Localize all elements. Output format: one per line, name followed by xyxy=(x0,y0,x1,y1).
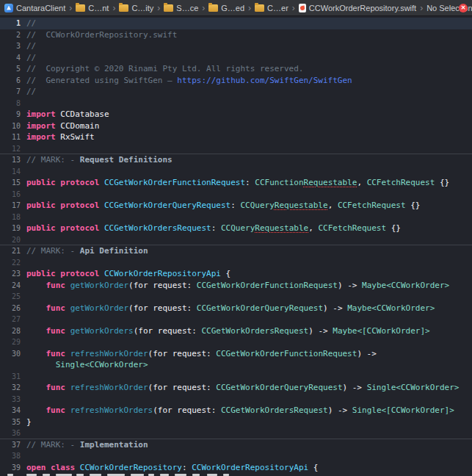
line-number[interactable]: 37 xyxy=(0,439,21,451)
code-token: ) -> xyxy=(357,349,377,358)
line-number[interactable]: 29 xyxy=(0,336,21,348)
code-lines: 1//2// CCWorkOrderRepository.swift3//4//… xyxy=(0,18,472,473)
line-number[interactable]: 32 xyxy=(0,382,21,394)
line-number[interactable]: 16 xyxy=(0,189,21,201)
line-number[interactable]: 14 xyxy=(0,166,21,178)
code-line[interactable]: 2// CCWorkOrderRepository.swift xyxy=(0,29,472,41)
line-number[interactable]: 7 xyxy=(0,86,21,98)
code-line[interactable]: 12 xyxy=(0,143,472,155)
line-number[interactable]: 27 xyxy=(0,314,21,325)
line-number[interactable]: 30 xyxy=(0,348,21,360)
line-number[interactable]: 11 xyxy=(0,131,21,143)
code-line[interactable]: 36 xyxy=(0,428,472,439)
code-line[interactable]: 21// MARK: - Api Definition xyxy=(0,245,472,257)
breadcrumb-item[interactable]: CantaraClient xyxy=(4,4,65,12)
code-line[interactable]: 30 func refreshWorkOrder(for request: CC… xyxy=(0,348,472,360)
code-line[interactable]: 1// xyxy=(0,18,472,29)
line-number[interactable]: 17 xyxy=(0,200,21,212)
code-text xyxy=(26,189,472,201)
code-line[interactable]: 32 func refreshWorkOrder(for request: CC… xyxy=(0,382,472,394)
code-line[interactable]: 34 func refreshWorkOrders(for request: C… xyxy=(0,405,472,416)
code-line[interactable]: 20 xyxy=(0,234,472,246)
code-line[interactable]: 5// Copyright © 2020 Rinami Pty Ltd. All… xyxy=(0,63,472,75)
code-line[interactable]: 17public protocol CCGetWorkOrderQueryReq… xyxy=(0,200,472,212)
code-line[interactable]: 23public protocol CCWorkOrderRepositoryA… xyxy=(0,268,472,280)
line-number[interactable]: 6 xyxy=(0,75,21,87)
line-number[interactable]: 36 xyxy=(0,428,21,439)
line-number[interactable]: 13 xyxy=(0,154,21,166)
breadcrumb-item[interactable]: C…nt xyxy=(76,4,109,12)
code-line[interactable]: 19public protocol CCGetWorkOrdersRequest… xyxy=(0,223,472,234)
line-number[interactable]: 33 xyxy=(0,394,21,405)
line-number[interactable]: 20 xyxy=(0,234,21,246)
code-line[interactable]: 6// Generated using SwiftGen — https://g… xyxy=(0,75,472,87)
code-line[interactable]: 25 xyxy=(0,291,472,303)
code-line[interactable]: 28 func getWorkOrders(for request: CCGet… xyxy=(0,325,472,337)
code-line[interactable]: 39open class CCWorkOrderRepository: CCWo… xyxy=(0,462,472,474)
line-number[interactable]: 38 xyxy=(0,450,21,462)
code-line[interactable]: 35} xyxy=(0,416,472,428)
line-number[interactable]: 8 xyxy=(0,98,21,109)
code-line[interactable]: 4// xyxy=(0,52,472,64)
code-line[interactable]: 29 xyxy=(0,336,472,348)
line-number[interactable]: 18 xyxy=(0,212,21,223)
code-line[interactable]: 8 xyxy=(0,98,472,109)
code-token: // MARK: - xyxy=(26,440,80,450)
line-number[interactable]: 39 xyxy=(0,462,21,474)
code-line[interactable]: 26 func getWorkOrder(for request: CCGetW… xyxy=(0,303,472,314)
breadcrumb-label: CantaraClient xyxy=(16,4,65,12)
code-line[interactable]: 14 xyxy=(0,166,472,178)
code-line[interactable]: 9import CCDatabase xyxy=(0,109,472,120)
code-line[interactable]: 10import CCDomain xyxy=(0,120,472,132)
line-number[interactable]: 3 xyxy=(0,40,21,52)
line-number[interactable]: 12 xyxy=(0,143,21,155)
line-number[interactable]: 1 xyxy=(0,18,21,29)
code-line[interactable]: 13// MARK: - Request Definitions xyxy=(0,154,472,166)
line-number[interactable] xyxy=(0,359,21,371)
code-line[interactable]: 18 xyxy=(0,212,472,223)
line-number[interactable]: 23 xyxy=(0,268,21,280)
line-number[interactable]: 22 xyxy=(0,257,21,269)
line-number[interactable]: 28 xyxy=(0,325,21,337)
code-line[interactable]: 24 func getWorkOrder(for request: CCGetW… xyxy=(0,280,472,292)
line-number[interactable]: 31 xyxy=(0,371,21,383)
code-line[interactable]: 38 xyxy=(0,450,472,462)
code-line[interactable]: 22 xyxy=(0,257,472,269)
breadcrumb-item[interactable]: C…er xyxy=(255,4,288,12)
line-number[interactable]: 25 xyxy=(0,291,21,303)
line-number[interactable]: 34 xyxy=(0,405,21,416)
line-number[interactable]: 5 xyxy=(0,63,21,75)
breadcrumb-item[interactable]: C…ity xyxy=(119,4,153,12)
line-number[interactable]: 9 xyxy=(0,109,21,120)
code-line[interactable]: 37// MARK: - Implementation xyxy=(0,439,472,451)
code-editor[interactable]: 1//2// CCWorkOrderRepository.swift3//4//… xyxy=(0,16,472,476)
line-number[interactable]: 26 xyxy=(0,303,21,314)
code-line[interactable]: 15public protocol CCGetWorkOrderFunction… xyxy=(0,177,472,189)
chevron-separator-icon: › xyxy=(202,4,205,12)
code-line[interactable]: 33 xyxy=(0,394,472,405)
code-line[interactable]: 3// xyxy=(0,40,472,52)
code-text xyxy=(26,143,472,155)
line-number[interactable]: 19 xyxy=(0,223,21,234)
line-number[interactable]: 10 xyxy=(0,120,21,132)
line-number[interactable]: 2 xyxy=(0,29,21,41)
line-number[interactable]: 35 xyxy=(0,416,21,428)
line-number[interactable]: 21 xyxy=(0,245,21,257)
code-token: open class xyxy=(26,463,75,472)
error-badge[interactable]: ✕ xyxy=(459,4,468,12)
code-line[interactable]: 31 xyxy=(0,371,472,383)
code-token: func xyxy=(46,383,66,392)
chevron-left-icon[interactable]: ‹ xyxy=(450,1,454,12)
code-line[interactable]: 16 xyxy=(0,189,472,201)
code-line[interactable]: 11import RxSwift xyxy=(0,131,472,143)
code-token xyxy=(99,223,104,233)
line-number[interactable]: 15 xyxy=(0,177,21,189)
line-number[interactable]: 24 xyxy=(0,280,21,292)
code-line[interactable]: Single<CCWorkOrder> xyxy=(0,359,472,371)
breadcrumb-item[interactable]: S…ce xyxy=(164,4,198,12)
line-number[interactable]: 4 xyxy=(0,52,21,64)
breadcrumb-item[interactable]: G…ed xyxy=(208,4,244,12)
breadcrumb-item[interactable]: CCWorkOrderRepository.swift xyxy=(299,4,416,12)
code-line[interactable]: 27 xyxy=(0,314,472,325)
code-line[interactable]: 7// xyxy=(0,86,472,98)
